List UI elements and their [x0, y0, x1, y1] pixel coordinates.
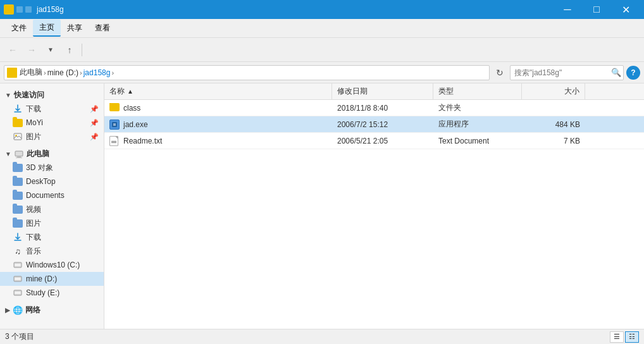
help-button[interactable]: ?: [626, 66, 640, 80]
breadcrumb-thispc[interactable]: 此电脑: [20, 67, 42, 78]
breadcrumb-folder-icon: [7, 68, 17, 78]
breadcrumb-mine[interactable]: mine (D:): [47, 68, 78, 77]
col-name-label: 名称: [109, 86, 125, 97]
sidebar-section-network[interactable]: ▶ 🌐 网络: [0, 304, 104, 317]
sidebar-item-documents[interactable]: Documents: [0, 188, 104, 202]
file-row-class[interactable]: class 2018/11/8 8:40 文件夹: [104, 100, 644, 116]
search-input[interactable]: [510, 65, 624, 80]
status-view-controls: ☰ ☷: [610, 331, 639, 343]
file-size-readme: 7 KB: [522, 137, 585, 145]
sidebar-item-mine[interactable]: mine (D:): [0, 272, 104, 286]
sidebar-mine-label: mine (D:): [26, 274, 57, 283]
title-pin: [16, 6, 23, 13]
svg-rect-4: [16, 157, 22, 158]
breadcrumb-sep1: ›: [44, 69, 46, 77]
desktop-icon: [13, 176, 23, 187]
file-type-jad: 应用程序: [433, 119, 522, 130]
breadcrumb-current[interactable]: jad158g: [84, 68, 111, 77]
refresh-button[interactable]: ↻: [492, 65, 507, 80]
menu-share[interactable]: 共享: [61, 20, 89, 36]
col-header-date[interactable]: 修改日期: [332, 83, 433, 99]
file-type-class: 文件夹: [433, 102, 522, 113]
forward-button[interactable]: →: [23, 41, 40, 59]
quick-access-arrow: ▼: [5, 92, 11, 99]
pictures-icon: [13, 218, 23, 228]
minimize-button[interactable]: ─: [553, 0, 582, 19]
sidebar-section-thispc[interactable]: ▼ 此电脑: [0, 147, 104, 161]
drive-c-icon: [13, 260, 23, 270]
file-label-readme: Readme.txt: [123, 137, 162, 145]
file-type-readme: Text Document: [433, 137, 522, 145]
sidebar-section-quick-access[interactable]: ▼ 快速访问: [0, 89, 104, 102]
file-row-readme[interactable]: Readme.txt 2006/5/21 2:05 Text Document …: [104, 133, 644, 149]
sidebar-item-windows[interactable]: Windows10 (C:): [0, 258, 104, 272]
view-detail-button[interactable]: ☰: [610, 331, 624, 343]
sidebar-item-music[interactable]: ♫ 音乐: [0, 244, 104, 258]
sidebar-item-study[interactable]: Study (E:): [0, 286, 104, 300]
toolbar-separator: [82, 44, 82, 56]
col-header-type[interactable]: 类型: [433, 83, 522, 99]
sidebar-moyi-label: MoYi: [26, 118, 43, 127]
back-button[interactable]: ←: [4, 41, 22, 59]
breadcrumb-sep2: ›: [80, 69, 82, 77]
file-name-jad: jad.exe: [104, 120, 332, 130]
svg-rect-10: [15, 292, 21, 294]
sidebar-item-desktop[interactable]: DeskTop: [0, 175, 104, 188]
file-date-class: 2018/11/8 8:40: [332, 104, 433, 113]
sidebar-item-pictures[interactable]: 图片: [0, 216, 104, 230]
close-button[interactable]: ✕: [611, 0, 640, 19]
drive-e-icon: [13, 288, 23, 298]
view-list-button[interactable]: ☷: [625, 331, 639, 343]
moyi-folder-icon: [13, 118, 23, 128]
sidebar-item-3d[interactable]: 3D 对象: [0, 161, 104, 175]
sidebar-item-downloads2[interactable]: 下载: [0, 230, 104, 244]
file-name-class: class: [104, 103, 332, 113]
thispc-arrow: ▼: [5, 150, 11, 157]
sidebar-music-label: 音乐: [26, 246, 41, 257]
breadcrumb[interactable]: 此电脑 › mine (D:) › jad158g ›: [4, 65, 490, 80]
sidebar: ▼ 快速访问 下载 📌 MoYi 📌 图片 📌 ▼: [0, 83, 104, 329]
folder-icon-class: [109, 103, 120, 113]
menu-view[interactable]: 查看: [89, 20, 116, 36]
window-icon: [4, 4, 14, 15]
sidebar-3d-label: 3D 对象: [26, 163, 53, 173]
3d-icon: [13, 163, 23, 173]
title-bar: jad158g ─ □ ✕: [0, 0, 644, 19]
thispc-label: 此电脑: [27, 149, 49, 159]
sidebar-pictures-label: 图片: [26, 218, 41, 229]
sidebar-item-pictures-quick[interactable]: 图片 📌: [0, 130, 104, 144]
status-item-count: 3 个项目: [5, 331, 34, 342]
menu-home[interactable]: 主页: [33, 20, 61, 37]
file-row-jad[interactable]: jad.exe 2006/7/2 15:12 应用程序 484 KB: [104, 116, 644, 133]
window-controls: ─ □ ✕: [553, 0, 640, 19]
sidebar-pictures-quick-pin: 📌: [90, 133, 99, 141]
col-header-name[interactable]: 名称 ▲: [104, 83, 332, 99]
documents-icon: [13, 190, 23, 200]
main-content: ▼ 快速访问 下载 📌 MoYi 📌 图片 📌 ▼: [0, 83, 644, 329]
maximize-button[interactable]: □: [582, 0, 611, 19]
svg-rect-3: [17, 156, 21, 157]
col-header-size[interactable]: 大小: [522, 83, 585, 99]
videos-icon: [13, 204, 23, 214]
file-date-readme: 2006/5/21 2:05: [332, 137, 433, 145]
sidebar-item-videos[interactable]: 视频: [0, 202, 104, 216]
file-label-class: class: [123, 104, 140, 113]
address-bar: 此电脑 › mine (D:) › jad158g › ↻ 🔍 ?: [0, 62, 644, 83]
sidebar-videos-label: 视频: [26, 204, 41, 215]
sidebar-downloads-pin: 📌: [90, 105, 99, 113]
file-list: 名称 ▲ 修改日期 类型 大小 class 2018/11/8 8:40 文件夹: [104, 83, 644, 329]
file-list-header: 名称 ▲ 修改日期 类型 大小: [104, 83, 644, 100]
search-icon[interactable]: 🔍: [611, 68, 621, 77]
svg-rect-8: [15, 278, 21, 280]
col-date-label: 修改日期: [337, 86, 368, 97]
txt-icon-readme: [109, 136, 120, 146]
breadcrumb-sep3: ›: [111, 69, 114, 77]
sidebar-item-downloads[interactable]: 下载 📌: [0, 102, 104, 116]
file-label-jad: jad.exe: [123, 120, 148, 129]
menu-file[interactable]: 文件: [5, 20, 33, 36]
sidebar-moyi-pin: 📌: [90, 119, 99, 127]
up-button[interactable]: ↑: [61, 41, 78, 59]
recent-button[interactable]: ▼: [42, 41, 59, 59]
sidebar-documents-label: Documents: [26, 191, 65, 200]
sidebar-item-moyi[interactable]: MoYi 📌: [0, 116, 104, 130]
